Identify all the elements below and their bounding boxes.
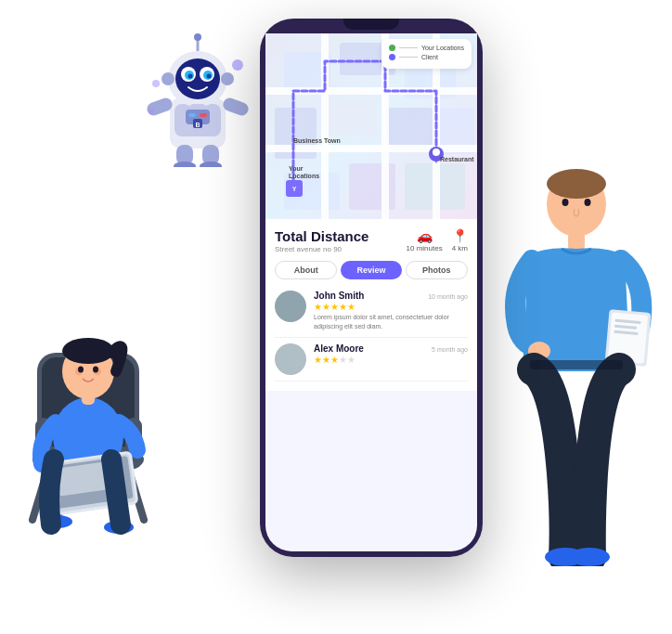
- svg-rect-90: [530, 360, 623, 369]
- svg-rect-44: [200, 113, 207, 117]
- review-time: 5 month ago: [432, 346, 468, 353]
- svg-point-72: [93, 367, 98, 373]
- map-legend: Your Locations Client: [381, 39, 472, 69]
- tab-about[interactable]: About: [275, 261, 337, 279]
- svg-point-92: [569, 548, 610, 566]
- tab-review[interactable]: Review: [341, 261, 401, 279]
- review-text: Lorem ipsum dolor sit amet, consectetuer…: [314, 313, 468, 331]
- review-item: Alex Moore 5 month ago ★★★★★: [275, 338, 468, 382]
- map-area: Y North City Your Locations Business Tow…: [265, 33, 477, 219]
- reviews-list: John Smith 10 month ago ★★★★★ Lorem ipsu…: [275, 285, 468, 385]
- review-item: John Smith 10 month ago ★★★★★ Lorem ipsu…: [275, 285, 468, 338]
- svg-point-50: [152, 80, 160, 87]
- time-stat: 🚗 10 minutes: [407, 228, 443, 252]
- man-illustration: [500, 149, 653, 570]
- svg-text:B: B: [195, 122, 200, 128]
- svg-point-37: [162, 72, 174, 85]
- location-icon: 📍: [452, 228, 468, 243]
- svg-text:Y: Y: [292, 186, 297, 192]
- car-icon: 🚗: [417, 228, 433, 243]
- phone-screen: Y North City Your Locations Business Tow…: [265, 33, 477, 551]
- svg-rect-82: [568, 232, 585, 251]
- svg-point-78: [547, 169, 606, 199]
- svg-text:Restaurant: Restaurant: [440, 156, 474, 162]
- svg-point-71: [78, 367, 84, 373]
- avatar: [275, 343, 306, 375]
- svg-rect-81: [569, 219, 588, 230]
- svg-rect-11: [265, 145, 477, 152]
- svg-rect-4: [326, 98, 377, 136]
- svg-rect-41: [221, 97, 250, 118]
- tabs-row: About Review Photos: [275, 261, 468, 279]
- street-address: Street avenue no 90: [275, 245, 368, 253]
- star-rating: ★★★★★: [314, 355, 468, 365]
- review-content: John Smith 10 month ago ★★★★★ Lorem ipsu…: [314, 291, 468, 331]
- svg-rect-40: [145, 97, 174, 118]
- legend-client: Client: [421, 54, 438, 60]
- svg-point-28: [175, 58, 220, 99]
- review-content: Alex Moore 5 month ago ★★★★★: [314, 343, 468, 375]
- svg-rect-5: [386, 108, 433, 149]
- svg-text:Business Town: Business Town: [293, 137, 341, 144]
- tab-photos[interactable]: Photos: [406, 261, 468, 279]
- distance-stat: 📍 4 km: [452, 228, 468, 252]
- svg-point-51: [149, 109, 154, 114]
- svg-point-48: [200, 162, 222, 167]
- svg-point-47: [174, 162, 196, 167]
- total-distance-title: Total Distance: [275, 228, 368, 244]
- svg-text:Locations: Locations: [289, 173, 319, 179]
- reviewer-name: Alex Moore: [314, 343, 364, 354]
- legend-your-locations: Your Locations: [421, 45, 464, 51]
- svg-point-80: [585, 199, 591, 206]
- woman-illustration: [28, 278, 241, 542]
- svg-point-34: [207, 74, 212, 79]
- svg-point-36: [194, 33, 201, 41]
- svg-point-49: [232, 59, 243, 71]
- svg-point-19: [433, 149, 440, 156]
- scene: Y North City Your Locations Business Tow…: [0, 0, 672, 634]
- info-panel: Total Distance Street avenue no 90 🚗 10 …: [265, 219, 477, 391]
- review-time: 10 month ago: [428, 293, 468, 300]
- svg-point-79: [562, 199, 569, 206]
- reviewer-name: John Smith: [314, 291, 364, 301]
- phone-notch: [343, 19, 399, 30]
- star-rating: ★★★★★: [314, 302, 468, 312]
- svg-point-38: [221, 72, 234, 85]
- svg-point-33: [188, 74, 193, 79]
- svg-text:Your: Your: [289, 165, 304, 172]
- robot-illustration: B: [137, 28, 258, 149]
- svg-rect-43: [188, 113, 196, 117]
- phone-mockup: Y North City Your Locations Business Tow…: [260, 19, 483, 557]
- avatar: [275, 291, 306, 322]
